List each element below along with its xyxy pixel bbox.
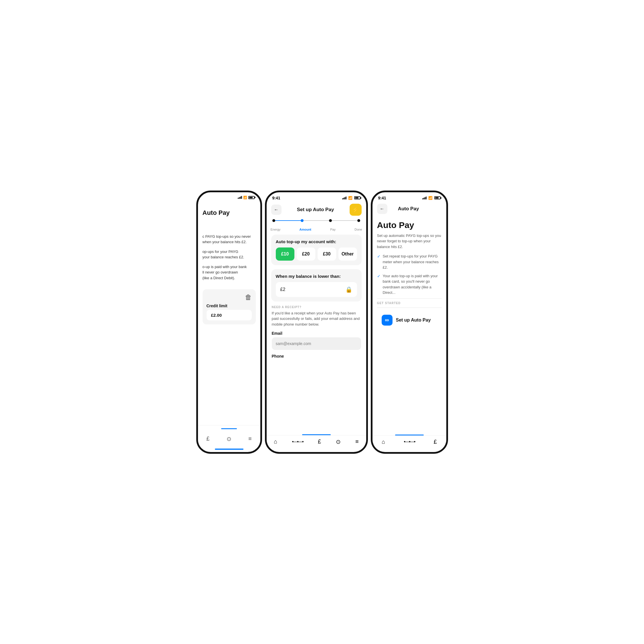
step-dot-amount (301, 219, 304, 222)
lightning-button[interactable]: ⚡ (350, 204, 362, 216)
center-help-icon: ⊙ (336, 438, 341, 445)
center-nav-help[interactable]: ⊙ (336, 438, 341, 445)
receipt-desc: If you'd like a receipt when your Auto P… (272, 310, 361, 327)
payments-icon: £ (206, 435, 209, 442)
center-bottom-nav[interactable]: ⌂ •—•—• £ ⊙ ≡ (267, 435, 366, 450)
check-icon-1: ✓ (377, 254, 381, 270)
phone-center: 9:41 📶 ← Set up Auto Pay ⚡ (265, 191, 368, 454)
balance-title: When my balance is lower than: (276, 274, 357, 279)
infinity-icon: ∞ (382, 315, 393, 326)
receipt-section: NEED A RECEIPT? If you'd like a receipt … (271, 306, 362, 363)
left-bottom-nav (198, 425, 260, 435)
stepper-container: Energy Amount Pay Done (267, 219, 366, 235)
right-home-icon: ⌂ (382, 439, 385, 445)
setup-auto-pay-button[interactable]: ∞ Set up Auto Pay (377, 311, 442, 327)
setup-btn-label: Set up Auto Pay (396, 318, 431, 323)
amount-grid: £10 £20 £30 Other (276, 247, 357, 261)
right-header: ← Auto Pay (372, 201, 446, 217)
center-content: Auto top-up my account with: £10 £20 £30… (267, 235, 366, 434)
balance-card: When my balance is lower than: £2 🔒 (271, 269, 362, 302)
left-nav-bar[interactable]: £ ⊙ ≡ (198, 435, 260, 447)
step-line-1 (275, 220, 301, 221)
left-desc-2: op-ups for your PAYGyour balance reaches… (203, 249, 256, 260)
lightning-icon: ⚡ (352, 206, 359, 213)
center-nav-meters[interactable]: •—•—• (292, 439, 303, 444)
check-text-1: Set repeat top-ups for your PAYG meter w… (383, 253, 442, 270)
center-menu-icon: ≡ (355, 438, 359, 445)
phone-label: Phone (272, 354, 361, 358)
lock-icon: 🔒 (345, 286, 352, 293)
center-header-title: Set up Auto Pay (297, 207, 334, 213)
center-wifi-icon: 📶 (348, 196, 352, 200)
right-header-title: Auto Pay (398, 206, 419, 212)
right-time: 9:41 (378, 196, 386, 200)
home-icon: ⌂ (274, 438, 277, 445)
center-nav-payments[interactable]: £ (318, 438, 321, 445)
help-icon: ⊙ (227, 435, 231, 442)
balance-row: £2 🔒 (276, 282, 357, 297)
right-nav-home[interactable]: ⌂ (382, 439, 385, 445)
right-desc: Set up automatic PAYG top-ups so you nev… (377, 233, 442, 250)
right-bottom-nav[interactable]: ⌂ •—•—• £ (372, 435, 446, 450)
email-label: Email (272, 331, 361, 336)
email-input[interactable] (272, 337, 361, 350)
left-desc-3: o-up is paid with your bankll never go o… (203, 264, 256, 281)
step-dot-pay (329, 219, 332, 222)
center-time: 9:41 (272, 196, 280, 200)
center-nav-home[interactable]: ⌂ (274, 438, 277, 445)
check-text-2: Your auto top-up is paid with your bank … (383, 273, 442, 296)
right-back-arrow-icon: ← (380, 206, 385, 211)
amount-30[interactable]: £30 (318, 247, 336, 261)
credit-limit-value: £2.00 (207, 310, 252, 320)
center-payments-icon: £ (318, 438, 321, 445)
amount-20[interactable]: £20 (297, 247, 315, 261)
step-label-done: Done (354, 228, 362, 231)
left-home-indicator (215, 449, 243, 450)
step-line-2 (304, 220, 329, 221)
step-dot-energy (272, 219, 275, 222)
left-nav-menu[interactable]: ≡ (248, 435, 252, 442)
left-nav-indicator (221, 428, 237, 429)
phone-left: 📶 Auto Pay c PAYG top-ups so you neverwh… (196, 191, 262, 454)
right-status-bar: 9:41 📶 (372, 192, 446, 201)
step-line-3 (332, 220, 357, 221)
right-meters-icon: •—•—• (404, 439, 415, 444)
divider (377, 298, 442, 299)
right-nav-meters[interactable]: •—•—• (404, 439, 415, 444)
amount-10[interactable]: £10 (276, 247, 294, 261)
right-back-button[interactable]: ← (377, 204, 387, 214)
meters-icon: •—•—• (292, 439, 303, 444)
center-nav-menu[interactable]: ≡ (355, 438, 359, 445)
divider-2 (377, 308, 442, 308)
left-nav-help[interactable]: ⊙ (227, 435, 231, 442)
step-label-amount: Amount (299, 228, 311, 231)
credit-limit-label: Credit limit (207, 304, 227, 308)
left-desc-1: c PAYG top-ups so you neverwhen your bal… (203, 234, 256, 245)
balance-value: £2 (280, 287, 286, 292)
right-payments-icon: £ (434, 439, 437, 445)
back-button[interactable]: ← (271, 205, 282, 215)
check-item-1: ✓ Set repeat top-ups for your PAYG meter… (377, 253, 442, 270)
left-page-title: Auto Pay (203, 209, 256, 217)
left-status-bar: 📶 (198, 192, 260, 201)
back-arrow-icon: ← (274, 207, 279, 212)
phone-right: 9:41 📶 ← Auto Pay Auto Pay Set up aut (371, 191, 448, 454)
step-dot-done (357, 219, 360, 222)
right-page-title: Auto Pay (377, 220, 442, 230)
trash-icon: 🗑 (245, 293, 252, 301)
left-nav-payments[interactable]: £ (206, 435, 209, 442)
menu-icon: ≡ (248, 435, 252, 442)
get-started-label: GET STARTED (377, 302, 442, 305)
topup-card: Auto top-up my account with: £10 £20 £30… (271, 235, 362, 265)
right-wifi-icon: 📶 (428, 196, 433, 200)
right-content: Auto Pay Set up automatic PAYG top-ups s… (372, 217, 446, 327)
check-icon-2: ✓ (377, 274, 381, 296)
amount-other[interactable]: Other (338, 247, 357, 261)
right-nav-payments[interactable]: £ (434, 439, 437, 445)
left-credit-card: 🗑 Credit limit £2.00 (203, 289, 256, 324)
center-header: ← Set up Auto Pay ⚡ (267, 201, 366, 219)
left-content: Auto Pay c PAYG top-ups so you neverwhen… (198, 201, 260, 425)
step-label-energy: Energy (271, 228, 281, 231)
center-status-bar: 9:41 📶 (267, 192, 366, 201)
topup-title: Auto top-up my account with: (276, 239, 357, 244)
